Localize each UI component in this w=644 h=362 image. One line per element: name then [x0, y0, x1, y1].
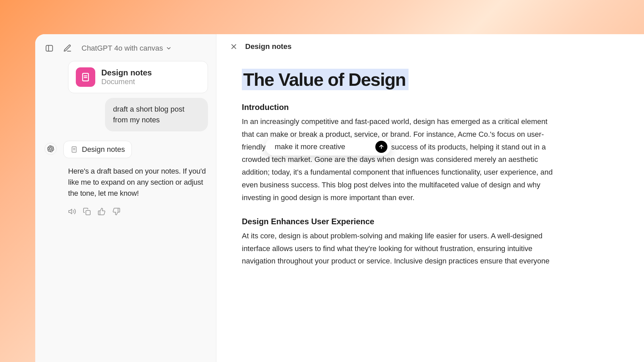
document-content[interactable]: The Value of Design Introduction In an i…: [216, 59, 644, 281]
inline-prompt-input[interactable]: make it more creative: [275, 142, 345, 151]
arrow-up-icon: [378, 144, 384, 150]
document-attachment-card[interactable]: Design notes Document: [68, 61, 208, 93]
chat-body: Design notes Document draft a short blog…: [35, 61, 216, 216]
chat-header: ChatGPT 4o with canvas: [35, 42, 216, 61]
speak-icon[interactable]: [68, 207, 76, 216]
model-label: ChatGPT 4o with canvas: [82, 44, 163, 53]
section-heading-intro: Introduction: [242, 103, 644, 112]
canvas-panel: Design notes The Value of Design Introdu…: [216, 34, 644, 362]
copy-icon[interactable]: [83, 207, 91, 216]
section-heading-ux: Design Enhances User Experience: [242, 217, 644, 226]
canvas-chip-label: Design notes: [82, 145, 125, 154]
svg-rect-9: [86, 210, 90, 215]
document-card-subtitle: Document: [101, 77, 152, 86]
assistant-message: Here's a draft based on your notes. If y…: [45, 166, 208, 199]
section-body-ux: At its core, design is about problem-sol…: [242, 230, 644, 267]
svg-marker-8: [69, 209, 72, 214]
assistant-row: Design notes: [45, 141, 208, 158]
section-body-intro: In an increasingly competitive and fast-…: [242, 115, 644, 204]
svg-rect-0: [46, 45, 53, 51]
chat-panel: ChatGPT 4o with canvas Design notes Docu…: [35, 34, 216, 362]
inline-edit-prompt[interactable]: make it more creative: [265, 138, 391, 156]
user-message: draft a short blog post from my notes: [105, 98, 208, 131]
document-icon: [76, 67, 95, 87]
assistant-avatar-icon: [45, 143, 57, 155]
app-window: ChatGPT 4o with canvas Design notes Docu…: [35, 34, 644, 362]
model-selector[interactable]: ChatGPT 4o with canvas: [82, 44, 172, 53]
inline-send-button[interactable]: [375, 141, 387, 153]
document-title[interactable]: The Value of Design: [242, 69, 409, 90]
canvas-header-title: Design notes: [245, 42, 291, 51]
thumbs-down-icon[interactable]: [112, 207, 120, 216]
thumbs-up-icon[interactable]: [98, 207, 106, 216]
document-small-icon: [70, 146, 78, 153]
canvas-document-chip[interactable]: Design notes: [63, 141, 132, 158]
chevron-down-icon: [166, 45, 172, 51]
sidebar-toggle-icon[interactable]: [43, 42, 55, 54]
message-actions: [45, 207, 208, 216]
close-canvas-button[interactable]: [230, 43, 238, 51]
document-card-title: Design notes: [101, 68, 152, 77]
new-chat-icon[interactable]: [61, 42, 73, 54]
canvas-header: Design notes: [216, 34, 644, 59]
